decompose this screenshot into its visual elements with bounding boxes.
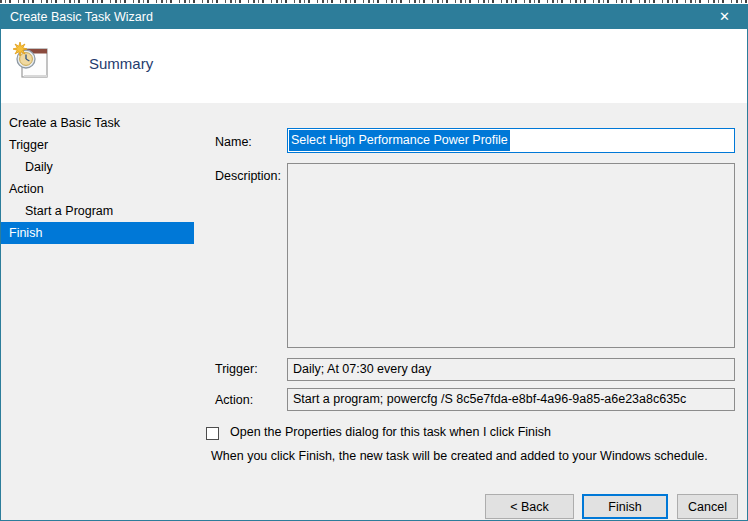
open-properties-checkbox[interactable] [206,427,219,440]
open-properties-checkbox-label[interactable]: Open the Properties dialog for this task… [230,425,551,439]
trigger-label: Trigger: [215,362,258,376]
close-button[interactable]: ✕ [702,5,747,29]
trigger-summary-field[interactable]: Daily; At 07:30 every day [287,358,735,381]
finish-button[interactable]: Finish [582,494,668,519]
step-finish: Finish [1,222,194,244]
wizard-header: Summary [1,29,747,103]
create-basic-task-wizard-dialog: Create Basic Task Wizard ✕ [0,4,748,521]
description-textarea[interactable] [287,163,735,348]
step-create-a-basic-task: Create a Basic Task [1,112,194,134]
action-summary-field[interactable]: Start a program; powercfg /S 8c5e7fda-e8… [287,388,735,411]
wizard-steps-sidebar: Create a Basic Task Trigger Daily Action… [1,112,194,244]
step-trigger: Trigger [1,134,194,156]
task-scheduler-wizard-icon [12,42,50,86]
name-label: Name: [215,135,252,149]
background-text-fragments [0,0,748,3]
description-label: Description: [215,169,281,183]
task-name-selected-text: Select High Performance Power Profile [289,130,510,151]
title-bar: Create Basic Task Wizard ✕ [1,5,747,29]
step-start-a-program: Start a Program [1,200,194,222]
finish-footnote: When you click Finish, the new task will… [211,449,708,463]
action-label: Action: [215,393,253,407]
screen: Create Basic Task Wizard ✕ [0,0,748,521]
step-daily: Daily [1,156,194,178]
close-icon: ✕ [719,5,730,29]
page-title: Summary [89,55,153,72]
task-name-input[interactable]: Select High Performance Power Profile [287,128,735,153]
cancel-button[interactable]: Cancel [677,494,738,519]
wizard-body: Create a Basic Task Trigger Daily Action… [1,104,747,520]
window-title: Create Basic Task Wizard [10,5,153,29]
back-button[interactable]: < Back [485,494,574,519]
step-action: Action [1,178,194,200]
